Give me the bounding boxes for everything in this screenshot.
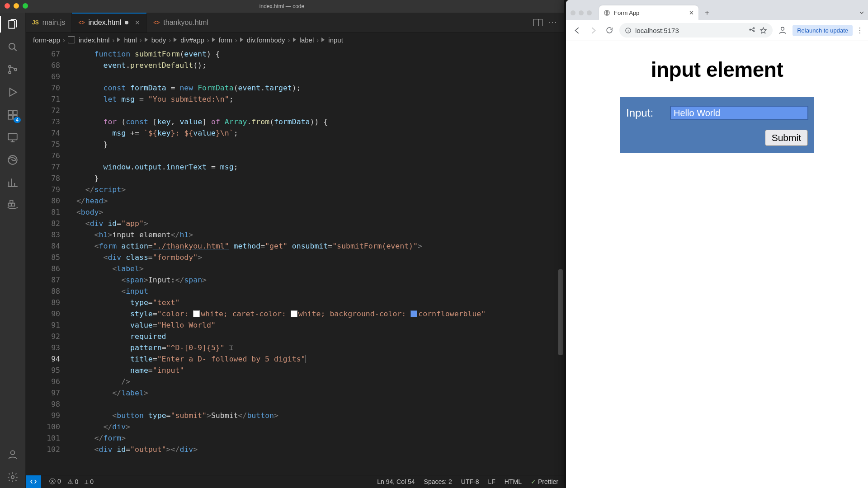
svg-point-18 — [753, 31, 755, 32]
input-label: Input: — [626, 107, 662, 119]
breadcrumb-item[interactable]: div#app — [180, 36, 204, 44]
profile-icon[interactable] — [776, 24, 789, 37]
globe-icon — [604, 9, 610, 16]
site-info-icon[interactable] — [625, 27, 632, 34]
split-editor-icon[interactable] — [533, 19, 542, 26]
settings-gear-icon[interactable] — [6, 471, 19, 483]
line-gutter: 6768697071727374757677787980818283848586… — [26, 47, 67, 475]
minimap-scrollbar[interactable] — [557, 47, 564, 475]
tag-icon — [212, 38, 215, 42]
edge-tools-icon[interactable] — [6, 154, 19, 166]
breadcrumb-item[interactable]: form-app — [33, 36, 60, 44]
vscode-window: index.html — code 4 — [0, 0, 564, 488]
containers-icon[interactable] — [6, 199, 19, 211]
maximize-window-icon[interactable] — [587, 10, 592, 15]
encoding[interactable]: UTF-8 — [461, 478, 479, 485]
ports-count[interactable]: ⟂ 0 — [85, 478, 94, 485]
browser-page: input element Input: Submit — [566, 41, 868, 488]
svg-rect-10 — [8, 203, 11, 206]
text-input[interactable] — [670, 106, 808, 120]
svg-point-13 — [11, 450, 15, 455]
svg-rect-11 — [12, 203, 15, 206]
dirty-dot-icon — [125, 21, 128, 24]
form-container: Input: Submit — [620, 97, 814, 153]
code-editor[interactable]: 6768697071727374757677787980818283848586… — [26, 47, 564, 475]
breadcrumb-item[interactable]: body — [151, 36, 166, 44]
account-icon[interactable] — [6, 448, 19, 461]
share-icon[interactable] — [749, 27, 756, 34]
extensions-badge: 4 — [14, 117, 21, 123]
language-mode[interactable]: HTML — [505, 478, 522, 485]
activity-bar: 4 — [0, 13, 26, 488]
window-controls — [5, 3, 28, 9]
file-icon — [68, 36, 75, 43]
tag-icon — [240, 38, 243, 42]
tab-title: Form App — [614, 9, 639, 16]
relaunch-button[interactable]: Relaunch to update — [793, 25, 853, 36]
back-button[interactable] — [571, 24, 583, 37]
browser-tabbar: Form App ✕ ＋ — [566, 0, 868, 20]
tabs-dropdown-icon[interactable] — [858, 9, 865, 16]
breadcrumb[interactable]: form-app› index.html› html› body› div#ap… — [26, 33, 564, 47]
breadcrumb-item[interactable]: form — [219, 36, 232, 44]
url-text: localhost:5173 — [635, 27, 679, 34]
tab-indexhtml[interactable]: <> index.html ✕ — [72, 13, 147, 33]
more-actions-icon[interactable]: ··· — [549, 19, 557, 27]
browser-tab[interactable]: Form App ✕ — [599, 5, 698, 20]
tag-icon — [145, 38, 148, 42]
breadcrumb-item[interactable]: input — [328, 36, 343, 44]
svg-point-17 — [753, 28, 755, 29]
breadcrumb-item[interactable]: div.formbody — [247, 36, 285, 44]
minimize-window-icon[interactable] — [14, 3, 19, 9]
breadcrumb-item[interactable]: index.html — [79, 36, 109, 44]
explorer-icon[interactable] — [6, 18, 19, 31]
source-control-icon[interactable] — [6, 63, 19, 76]
bookmark-star-icon[interactable] — [760, 27, 767, 34]
browser-toolbar: localhost:5173 Relaunch to update ⋮ — [566, 20, 868, 41]
breadcrumb-item[interactable]: label — [300, 36, 314, 44]
close-tab-icon[interactable]: ✕ — [689, 9, 694, 16]
svg-rect-8 — [8, 133, 17, 140]
tab-label: main.js — [42, 19, 66, 27]
extensions-icon[interactable]: 4 — [6, 108, 19, 121]
code-content[interactable]: function submitForm(event) { event.preve… — [67, 47, 557, 475]
forward-button[interactable] — [587, 24, 599, 37]
close-window-icon[interactable] — [571, 10, 576, 15]
svg-point-2 — [9, 71, 11, 74]
html-file-icon: <> — [78, 19, 85, 26]
tab-mainjs[interactable]: JS main.js — [26, 13, 72, 33]
indent-setting[interactable]: Spaces: 2 — [424, 478, 452, 485]
page-heading: input element — [651, 57, 783, 82]
reload-button[interactable] — [603, 24, 616, 37]
search-icon[interactable] — [6, 41, 19, 53]
remote-indicator-icon[interactable] — [26, 475, 41, 488]
close-tab-icon[interactable]: ✕ — [135, 19, 140, 26]
browser-menu-icon[interactable]: ⋮ — [856, 26, 863, 35]
remote-explorer-icon[interactable] — [6, 131, 19, 144]
svg-rect-4 — [8, 110, 12, 114]
maximize-window-icon[interactable] — [23, 3, 28, 9]
tab-label: thankyou.html — [163, 19, 208, 27]
tab-label: index.html — [88, 19, 121, 27]
close-window-icon[interactable] — [5, 3, 10, 9]
tag-icon — [117, 38, 120, 42]
warnings-count[interactable]: ⚠ 0 — [67, 478, 79, 485]
svg-rect-12 — [10, 200, 13, 203]
new-tab-button[interactable]: ＋ — [701, 7, 713, 19]
minimize-window-icon[interactable] — [579, 10, 584, 15]
html-file-icon: <> — [153, 19, 160, 26]
errors-count[interactable]: ⓧ 0 — [49, 478, 61, 486]
breadcrumb-item[interactable]: html — [124, 36, 137, 44]
tag-icon — [174, 38, 177, 42]
eol[interactable]: LF — [488, 478, 495, 485]
formatter[interactable]: ✓ Prettier — [531, 478, 558, 485]
svg-point-0 — [9, 43, 15, 49]
tag-icon — [321, 38, 325, 42]
run-debug-icon[interactable] — [6, 86, 19, 99]
tag-icon — [293, 38, 296, 42]
cursor-position[interactable]: Ln 94, Col 54 — [377, 478, 415, 485]
submit-button[interactable]: Submit — [765, 130, 808, 146]
tab-thankyou[interactable]: <> thankyou.html — [147, 13, 215, 33]
graph-icon[interactable] — [6, 176, 19, 189]
address-bar[interactable]: localhost:5173 — [619, 23, 773, 38]
